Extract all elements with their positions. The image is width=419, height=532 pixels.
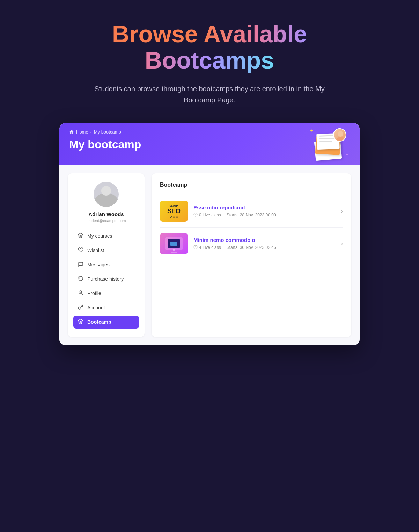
live-class-1: 0 Live class [193,213,221,217]
hero-title: Browse Available Bootcamps [91,21,328,73]
hero-section: Browse Available Bootcamps Students can … [91,21,328,106]
messages-icon [78,261,84,268]
sidebar-item-bootcamp[interactable]: Bootcamp [73,316,139,329]
svg-point-4 [80,291,81,293]
bootcamp-meta-2: 4 Live class Starts: 30 Nov, 2023 02:46 [193,245,336,250]
home-icon [69,129,74,134]
app-header: Home › My bootcamp My bootcamp [59,123,360,165]
avatar [94,182,119,207]
start-date-1: Starts: 28 Nov, 2023 00:00 [227,213,276,217]
bootcamp-thumbnail-marketing [160,233,188,254]
user-name: Adrian Woods [88,211,124,217]
bootcamp-thumbnail-seo: SEO SEO [160,201,188,222]
header-illustration: ✦ ● [308,127,350,161]
bootcamp-item-2[interactable]: Minim nemo commodo o 4 Live class Starts… [160,228,343,260]
start-date-label-2: Starts: 30 Nov, 2023 02:46 [227,245,276,250]
sidebar-item-account[interactable]: Account [73,301,139,314]
section-title: Bootcamp [160,182,343,188]
sidebar-item-messages[interactable]: Messages [73,258,139,271]
start-date-label-1: Starts: 28 Nov, 2023 00:00 [227,213,276,217]
hero-title-available: Available [204,21,307,47]
sidebar-item-label-wishlist: Wishlist [87,247,104,253]
sidebar-item-label-bootcamp: Bootcamp [87,319,111,325]
hero-title-bootcamps: Bootcamps [145,47,274,73]
live-class-icon-2 [193,245,198,250]
bootcamp-name-1: Esse odio repudiand [193,204,336,210]
avatar-on-books [333,128,346,142]
chevron-right-2: › [341,240,343,247]
app-window: Home › My bootcamp My bootcamp [59,123,360,345]
sidebar-item-label-messages: Messages [87,262,110,267]
purchase-history-icon [78,276,84,282]
sidebar: Adrian Woods student@example.com My cour… [68,173,145,337]
sidebar-item-label-account: Account [87,305,105,310]
wishlist-icon [78,247,84,254]
hero-title-browse: Browse [112,21,204,47]
sidebar-item-my-courses[interactable]: My courses [73,230,139,243]
sidebar-item-wishlist[interactable]: Wishlist [73,244,139,257]
bootcamp-item-1[interactable]: SEO SEO [160,195,343,228]
sidebar-nav: My courses Wishlist Messages [73,230,139,329]
live-class-count-2: 4 Live class [199,245,221,250]
user-email: student@example.com [87,218,126,223]
sidebar-item-label-courses: My courses [87,233,112,239]
sidebar-item-purchase-history[interactable]: Purchase history [73,273,139,286]
bootcamp-icon [78,319,84,325]
sidebar-item-label-purchase-history: Purchase history [87,276,124,282]
sidebar-item-label-profile: Profile [87,290,101,296]
bootcamp-info-1: Esse odio repudiand 0 Live class Starts:… [193,204,336,217]
svg-point-0 [338,131,343,137]
live-class-icon-1 [193,213,198,217]
profile-icon [78,290,84,297]
start-date-2: Starts: 30 Nov, 2023 02:46 [227,245,276,250]
app-body: Adrian Woods student@example.com My cour… [59,165,360,345]
svg-point-3 [101,186,111,196]
avatar-image [94,182,119,207]
bootcamp-list: SEO SEO [160,195,343,260]
breadcrumb-separator: › [90,129,92,134]
live-class-2: 4 Live class [193,245,221,250]
account-icon [78,304,84,311]
svg-point-1 [336,137,345,142]
breadcrumb-current: My bootcamp [94,129,121,135]
star-decoration-1: ✦ [310,128,313,133]
books-stack: ✦ ● [308,127,350,161]
live-class-count-1: 0 Live class [199,213,221,217]
chevron-right-1: › [341,208,343,214]
main-content: Bootcamp SEO SEO [152,173,351,337]
sidebar-item-profile[interactable]: Profile [73,287,139,300]
bootcamp-info-2: Minim nemo commodo o 4 Live class Starts… [193,237,336,250]
bootcamp-meta-1: 0 Live class Starts: 28 Nov, 2023 00:00 [193,213,336,217]
breadcrumb-home[interactable]: Home [76,129,88,135]
bootcamp-name-2: Minim nemo commodo o [193,237,336,243]
star-decoration-2: ● [346,152,348,156]
hero-subtitle: Students can browse through the bootcamp… [91,83,328,106]
courses-icon [78,233,84,239]
